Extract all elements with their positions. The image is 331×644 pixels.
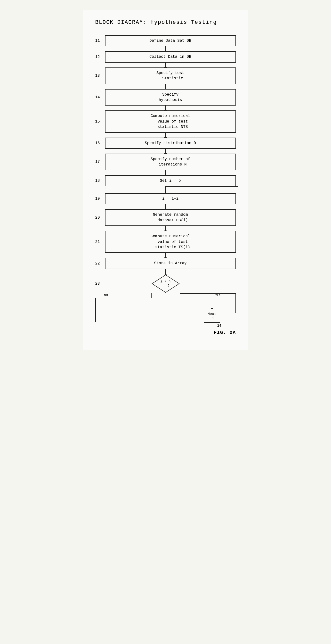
step-14-box: Specify hypothesis — [105, 89, 236, 106]
yes-right-line — [236, 293, 236, 313]
step-12-number: 12 — [95, 55, 104, 59]
branch-area: NO YES Next i 24 — [95, 293, 236, 322]
step-21-row: 21 Compute numerical value of test stati… — [95, 231, 236, 253]
step-11-box: Define Data Set DB — [105, 35, 236, 46]
right-bar-top — [238, 186, 238, 193]
arrow-20 — [165, 226, 166, 231]
diamond-shape: i < n ? — [151, 274, 180, 293]
next-box: Next i — [204, 310, 220, 323]
step-19-row: 19 i = i+i — [95, 193, 236, 204]
step-21-box: Compute numerical value of test statisti… — [105, 231, 236, 253]
step-13-box: Specify test Statistic — [105, 68, 236, 84]
arrow-4 — [165, 106, 166, 110]
step-15-number: 15 — [95, 120, 104, 124]
arrow-5 — [165, 133, 166, 138]
svg-marker-0 — [152, 275, 179, 292]
arrow-19 — [165, 204, 166, 209]
step-11-number: 11 — [95, 39, 104, 43]
yes-label: YES — [215, 293, 221, 297]
yes-horizontal — [180, 293, 236, 294]
step-19-box: i = i+i — [105, 193, 236, 204]
step-17-box: Specify number of iterations N — [105, 154, 236, 170]
yes-arrow-area: Next i 24 — [203, 301, 221, 328]
step-16-number: 16 — [95, 141, 104, 145]
step-22-box: Store in Array — [105, 258, 236, 269]
arrow-7 — [165, 170, 166, 175]
step-18-number: 18 — [95, 179, 104, 183]
top-feedback-line — [166, 186, 238, 187]
next-box-area: Next i 24 — [203, 301, 221, 328]
fig-label: FIG. 2A — [95, 330, 236, 335]
step-22-number: 22 — [95, 262, 104, 266]
step-17-number: 17 — [95, 160, 104, 164]
arrow-2 — [165, 62, 166, 68]
step-18-box: Set i = o — [105, 175, 236, 186]
no-horizontal — [95, 298, 151, 298]
step-11-row: 11 Define Data Set DB — [95, 35, 236, 46]
step-21-number: 21 — [95, 240, 104, 244]
step-13-row: 13 Specify test Statistic — [95, 68, 236, 84]
diamond-svg — [151, 274, 180, 293]
step-19-number: 19 — [95, 197, 104, 201]
step-12-label: Collect Data in DB — [149, 54, 191, 59]
step-22-row: 22 Store in Array — [95, 258, 236, 269]
step-16-box: Specify distribution D — [105, 138, 236, 149]
step-20-row: 20 Generate random dataset DB(i) — [95, 209, 236, 226]
step-12-box: Collect Data in DB — [105, 51, 236, 62]
step-16-label: Specify distribution D — [145, 141, 196, 145]
step-18-row: 18 Set i = o — [95, 175, 236, 186]
step-13-number: 13 — [95, 74, 104, 78]
arrow-22 — [165, 269, 166, 274]
step-16-row: 16 Specify distribution D — [95, 138, 236, 149]
page-title: BLOCK DIAGRAM: Hypothesis Testing — [95, 20, 236, 26]
no-vertical — [151, 293, 152, 298]
loop-entry-arrow — [165, 186, 166, 193]
arrow-3 — [165, 84, 166, 89]
yes-arrowhead — [211, 308, 213, 310]
arrow-21 — [165, 253, 166, 258]
loop-steps-wrapper: 19 i = i+i 20 Generate random dataset DB… — [95, 193, 236, 269]
step-19-label: i = i+i — [162, 196, 178, 201]
no-down-line — [95, 298, 96, 322]
flowchart: 11 Define Data Set DB 12 Collect Data in… — [95, 35, 236, 322]
step-20-number: 20 — [95, 216, 104, 220]
step-18-label: Set i = o — [160, 178, 181, 183]
right-loop-bar — [238, 193, 238, 269]
step-15-row: 15 Compute numerical value of test stati… — [95, 110, 236, 132]
page: BLOCK DIAGRAM: Hypothesis Testing 11 Def… — [83, 10, 248, 350]
decision-row: 23 i < n ? — [95, 274, 236, 293]
step-17-row: 17 Specify number of iterations N — [95, 154, 236, 170]
loop-feedback-top: ← — [95, 186, 236, 193]
step-11-label: Define Data Set DB — [149, 38, 191, 43]
diamond-number: 23 — [95, 282, 104, 286]
step-14-number: 14 — [95, 95, 104, 99]
next-box-number: 24 — [217, 324, 221, 328]
arrow-1 — [165, 46, 166, 51]
yes-arrow-line — [212, 301, 212, 308]
no-label: NO — [104, 293, 108, 297]
step-12-row: 12 Collect Data in DB — [95, 51, 236, 62]
loop-arrow-indicator: ← — [105, 186, 107, 190]
arrow-6 — [165, 149, 166, 154]
step-15-box: Compute numerical value of test statisti… — [105, 110, 236, 132]
step-20-box: Generate random dataset DB(i) — [105, 209, 236, 226]
step-22-label: Store in Array — [154, 261, 186, 266]
step-14-row: 14 Specify hypothesis — [95, 89, 236, 106]
